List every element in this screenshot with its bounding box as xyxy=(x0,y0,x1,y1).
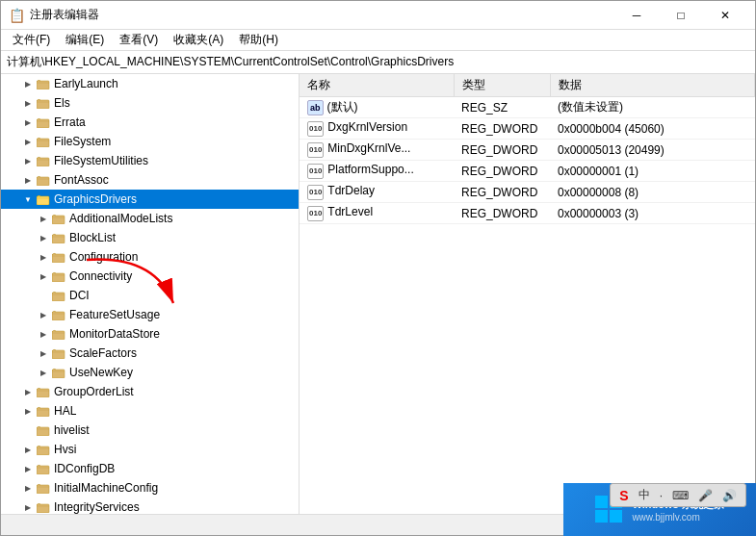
ime-toolbar[interactable]: S 中 · ⌨ 🎤 🔊 xyxy=(610,483,746,507)
expand-arrow: ▶ xyxy=(20,95,36,111)
reg-dword-icon: 010 xyxy=(307,142,324,158)
menu-favorites[interactable]: 收藏夹(A) xyxy=(166,30,231,50)
tree-label: UseNewKey xyxy=(69,366,133,379)
ime-speaker[interactable]: 🔊 xyxy=(719,488,740,503)
folder-icon xyxy=(36,422,51,438)
expand-arrow: ▶ xyxy=(36,345,51,361)
registry-table: 名称 类型 数据 ab(默认) REG_SZ (数值未设置) 010DxgKrn… xyxy=(300,74,755,224)
tree-item-dci[interactable]: ▶ DCI xyxy=(1,286,299,305)
app-icon: 📋 xyxy=(9,8,24,23)
svg-rect-15 xyxy=(52,370,65,378)
folder-icon xyxy=(36,480,51,496)
tree-label: Connectivity xyxy=(69,269,132,283)
tree-item-hvsi[interactable]: ▶ Hvsi xyxy=(1,440,299,459)
ime-sogou-s[interactable]: S xyxy=(616,487,631,504)
reg-data: 0x00000008 (8) xyxy=(550,182,755,203)
tree-item-hal[interactable]: ▶ HAL xyxy=(1,401,299,421)
window-title: 注册表编辑器 xyxy=(30,7,614,23)
tree-item-filesystemutilities[interactable]: ▶ FileSystemUtilities xyxy=(1,151,299,170)
tree-item-scalefactors[interactable]: ▶ ScaleFactors xyxy=(1,344,299,363)
registry-row[interactable]: 010DxgKrnlVersion REG_DWORD 0x0000b004 (… xyxy=(300,118,755,140)
svg-rect-22 xyxy=(37,504,49,513)
svg-rect-3 xyxy=(37,139,49,147)
tree-item-monitordatastore[interactable]: ▶ MonitorDataStore xyxy=(1,324,299,344)
tree-item-fontassoc[interactable]: ▶ FontAssoc xyxy=(1,170,299,190)
registry-row[interactable]: 010TdrDelay REG_DWORD 0x00000008 (8) xyxy=(300,182,755,203)
address-path: 计算机\HKEY_LOCAL_MACHINE\SYSTEM\CurrentCon… xyxy=(7,54,454,70)
folder-icon xyxy=(51,365,66,380)
tree-label: GroupOrderList xyxy=(54,385,134,398)
tree-item-hivelist[interactable]: ▶ hivelist xyxy=(1,421,299,440)
col-name: 名称 xyxy=(300,74,454,97)
tree-label: AdditionalModeLists xyxy=(69,212,172,225)
svg-rect-17 xyxy=(37,408,49,417)
tree-item-els[interactable]: ▶ Els xyxy=(1,93,299,113)
tree-item-idconfigdb[interactable]: ▶ IDConfigDB xyxy=(1,459,299,478)
reg-type: REG_SZ xyxy=(454,97,550,118)
registry-row[interactable]: 010PlatformSuppo... REG_DWORD 0x00000001… xyxy=(300,161,755,182)
close-button[interactable]: ✕ xyxy=(703,1,747,30)
tree-label: FileSystemUtilities xyxy=(54,154,148,167)
registry-panel[interactable]: 名称 类型 数据 ab(默认) REG_SZ (数值未设置) 010DxgKrn… xyxy=(300,74,755,514)
maximize-button[interactable]: □ xyxy=(659,1,703,30)
tree-label: Els xyxy=(54,96,70,110)
tree-label: HAL xyxy=(54,404,76,418)
expand-arrow: ▶ xyxy=(20,134,36,149)
expand-arrow: ▶ xyxy=(36,326,51,342)
tree-label: InitialMachineConfig xyxy=(54,481,158,495)
svg-rect-27 xyxy=(610,510,622,523)
folder-icon xyxy=(36,95,51,111)
folder-icon xyxy=(51,230,66,245)
tree-panel[interactable]: ▶ EarlyLaunch ▶ xyxy=(1,74,300,514)
folder-icon xyxy=(51,211,66,226)
svg-rect-0 xyxy=(37,81,49,89)
menu-bar: 文件(F) 编辑(E) 查看(V) 收藏夹(A) 帮助(H) xyxy=(1,30,755,51)
menu-help[interactable]: 帮助(H) xyxy=(231,30,286,50)
title-bar: 📋 注册表编辑器 ─ □ ✕ xyxy=(1,1,755,30)
folder-icon xyxy=(36,403,51,419)
tree-item-filesystem[interactable]: ▶ FileSystem xyxy=(1,132,299,151)
tree-item-featuresetusage[interactable]: ▶ FeatureSetUsage xyxy=(1,305,299,324)
registry-row[interactable]: ab(默认) REG_SZ (数值未设置) xyxy=(300,97,755,118)
registry-row[interactable]: 010TdrLevel REG_DWORD 0x00000003 (3) xyxy=(300,203,755,224)
folder-icon xyxy=(36,76,51,91)
tree-item-blocklist[interactable]: ▶ BlockList xyxy=(1,228,299,247)
menu-file[interactable]: 文件(F) xyxy=(5,30,58,50)
svg-rect-4 xyxy=(37,158,49,166)
ime-chinese[interactable]: 中 xyxy=(636,486,653,504)
reg-dword-icon: 010 xyxy=(307,121,324,137)
reg-dword-icon: 010 xyxy=(307,185,324,200)
address-bar: 计算机\HKEY_LOCAL_MACHINE\SYSTEM\CurrentCon… xyxy=(1,51,755,74)
menu-view[interactable]: 查看(V) xyxy=(112,30,166,50)
tree-item-earlylaunch[interactable]: ▶ EarlyLaunch xyxy=(1,74,299,93)
tree-item-initialmachineconfig[interactable]: ▶ InitialMachineConfig xyxy=(1,478,299,498)
tree-item-graphicsdrivers[interactable]: ▼ GraphicsDrivers xyxy=(1,190,299,209)
minimize-button[interactable]: ─ xyxy=(614,1,659,30)
tree-item-grouporderlist[interactable]: ▶ GroupOrderList xyxy=(1,382,299,401)
tree-item-errata[interactable]: ▶ Errata xyxy=(1,113,299,132)
folder-icon xyxy=(36,384,51,399)
window-controls: ─ □ ✕ xyxy=(614,1,747,30)
expand-arrow: ▶ xyxy=(20,403,36,419)
tree-item-additionalmodelists[interactable]: ▶ AdditionalModeLists xyxy=(1,209,299,228)
expand-arrow: ▶ xyxy=(20,153,36,168)
reg-data: 0x00000001 (1) xyxy=(550,161,755,182)
tree-item-integrityservices[interactable]: ▶ IntegrityServices xyxy=(1,498,299,514)
tree-label: hivelist xyxy=(54,423,90,437)
ime-dot[interactable]: · xyxy=(657,488,665,503)
tree-item-configuration[interactable]: ▶ Configuration xyxy=(1,247,299,267)
folder-icon xyxy=(51,345,66,361)
col-data: 数据 xyxy=(550,74,755,97)
main-content: ▶ EarlyLaunch ▶ xyxy=(1,74,755,514)
menu-edit[interactable]: 编辑(E) xyxy=(58,30,112,50)
tree-item-usenewkey[interactable]: ▶ UseNewKey xyxy=(1,363,299,382)
reg-data: 0x00005013 (20499) xyxy=(550,140,755,161)
tree-label: FeatureSetUsage xyxy=(69,308,160,321)
registry-row[interactable]: 010MinDxgKrnlVe... REG_DWORD 0x00005013 … xyxy=(300,140,755,161)
tree-item-connectivity[interactable]: ▶ Connectivity xyxy=(1,267,299,286)
folder-icon xyxy=(36,115,51,130)
ime-mic[interactable]: 🎤 xyxy=(695,488,716,503)
folder-icon xyxy=(36,461,51,476)
col-type: 类型 xyxy=(454,74,550,97)
ime-keyboard[interactable]: ⌨ xyxy=(669,488,691,503)
